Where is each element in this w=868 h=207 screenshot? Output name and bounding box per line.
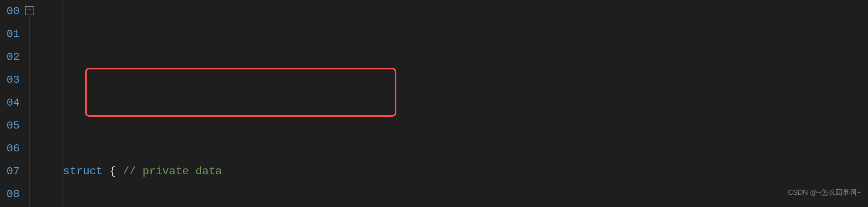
comment: // private data xyxy=(123,165,222,177)
code-editor: 00 01 02 03 04 05 06 07 08 09 − struct {… xyxy=(0,0,868,207)
fold-guide-line xyxy=(30,16,30,207)
line-number: 08 xyxy=(0,183,20,206)
brace-open: { xyxy=(110,165,116,177)
annotation-highlight-box xyxy=(85,68,396,117)
line-number: 07 xyxy=(0,160,20,183)
line-number: 04 xyxy=(0,91,20,114)
fold-collapse-icon[interactable]: − xyxy=(25,6,34,15)
fold-column: − xyxy=(23,0,39,207)
line-number: 05 xyxy=(0,114,20,137)
line-number: 01 xyxy=(0,23,20,46)
line-number: 03 xyxy=(0,69,20,91)
line-number: 00 xyxy=(0,0,20,23)
watermark-text: CSDN @~怎么回事啊~ xyxy=(788,181,861,204)
line-number: 06 xyxy=(0,137,20,160)
code-line: struct { // private data xyxy=(39,160,868,183)
code-area[interactable]: struct { // private data const QMetaObje… xyxy=(39,0,868,207)
keyword-struct: struct xyxy=(63,165,103,177)
line-number-gutter: 00 01 02 03 04 05 06 07 08 09 xyxy=(0,0,23,207)
line-number: 02 xyxy=(0,46,20,69)
